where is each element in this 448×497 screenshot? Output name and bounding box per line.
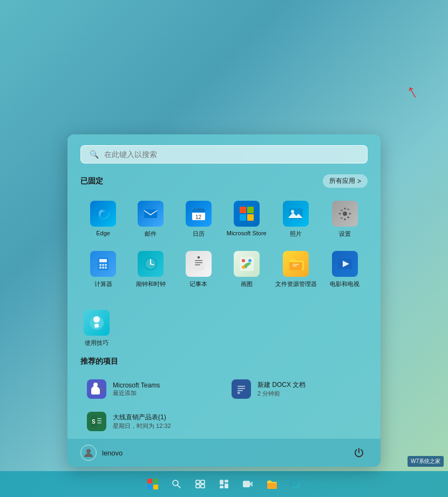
svg-rect-6	[201, 208, 202, 210]
docx-rec-icon: W	[232, 379, 251, 399]
taskbar-search-icon	[171, 479, 182, 489]
svg-rect-37	[293, 265, 297, 267]
svg-rect-8	[247, 207, 254, 213]
rec-item-teams[interactable]: Microsoft Teams 最近添加	[80, 374, 223, 404]
svg-rect-51	[97, 418, 101, 419]
pinned-section-header: 已固定 所有应用 >	[80, 174, 368, 188]
notepad-label: 记事本	[189, 280, 207, 288]
taskbar-edge-button[interactable]	[284, 473, 306, 495]
paint-label: 画图	[241, 280, 253, 288]
recommended-title: 推荐的项目	[80, 357, 118, 366]
app-notepad[interactable]: 记事本	[176, 246, 221, 294]
svg-rect-10	[247, 214, 254, 221]
svg-point-21	[105, 267, 107, 269]
teams-rec-icon	[87, 379, 106, 399]
svg-point-34	[248, 259, 252, 262]
svg-rect-52	[97, 420, 101, 421]
calculator-label: 计算器	[94, 280, 112, 288]
windows-logo-icon	[147, 479, 158, 489]
svg-point-13	[343, 212, 347, 216]
svg-rect-5	[195, 208, 196, 210]
watermark: W7系统之家	[408, 456, 444, 467]
recommended-items: Microsoft Teams 最近添加 W	[80, 374, 368, 437]
svg-point-17	[102, 264, 104, 266]
app-movies[interactable]: 电影和电视	[322, 246, 368, 294]
svg-text:12: 12	[195, 214, 202, 220]
svg-point-18	[105, 264, 107, 266]
svg-point-16	[99, 264, 101, 266]
start-footer: lenovo	[67, 439, 381, 467]
movies-label: 电影和电视	[330, 280, 359, 288]
calendar-label: 日历	[193, 230, 205, 238]
search-icon: 🔍	[90, 150, 99, 159]
mail-icon	[138, 201, 164, 227]
taskbar-files-icon	[266, 478, 277, 490]
start-menu: 🔍 已固定 所有应用 > Edge	[67, 134, 381, 467]
movies-icon	[332, 251, 358, 277]
taskbar-start-button[interactable]	[142, 473, 164, 495]
photos-label: 照片	[290, 230, 302, 238]
user-info[interactable]: lenovo	[80, 445, 123, 461]
notepad-icon	[186, 251, 212, 277]
svg-point-26	[150, 263, 152, 265]
app-calendar[interactable]: 12 日历	[176, 195, 221, 243]
svg-rect-44	[237, 386, 245, 387]
files-label: 文件资源管理器	[275, 280, 317, 288]
taskbar-widgets-icon	[219, 479, 229, 489]
desktop: 🔍 已固定 所有应用 > Edge	[0, 0, 448, 497]
app-edge[interactable]: Edge	[80, 195, 126, 243]
app-mail[interactable]: 邮件	[128, 195, 173, 243]
svg-point-35	[242, 265, 245, 269]
svg-point-41	[93, 316, 100, 323]
svg-rect-28	[195, 260, 202, 261]
search-input[interactable]	[104, 150, 358, 159]
svg-point-12	[291, 210, 294, 213]
search-bar[interactable]: 🔍	[80, 145, 368, 164]
taskbar-meet-button[interactable]	[237, 473, 259, 495]
calculator-icon	[90, 251, 116, 277]
svg-text:W: W	[237, 391, 240, 394]
mail-label: 邮件	[145, 230, 157, 238]
settings-icon	[332, 201, 358, 227]
app-settings[interactable]: 设置	[322, 195, 368, 243]
tips-icon	[84, 310, 110, 336]
taskbar-meet-icon	[242, 478, 254, 490]
app-tips[interactable]: 使用技巧	[80, 304, 113, 352]
recommended-section: 推荐的项目 Microsoft Teams	[80, 357, 368, 437]
paint-icon	[234, 251, 260, 277]
username: lenovo	[102, 449, 123, 457]
svg-rect-58	[201, 480, 205, 484]
app-photos[interactable]: 照片	[272, 195, 320, 243]
svg-rect-64	[225, 484, 228, 488]
svg-rect-36	[293, 264, 299, 265]
edge-label: Edge	[96, 230, 110, 236]
app-calculator[interactable]: 计算器	[80, 246, 126, 294]
taskbar-search-button[interactable]	[166, 473, 187, 495]
rec-item-spreadsheet[interactable]: S 大线直销产品表(1) 星期日，时间为 12:32	[80, 406, 223, 437]
taskbar-taskview-icon	[195, 479, 206, 489]
settings-red-arrow: ↑	[402, 79, 422, 103]
rec-item-docx[interactable]: W 新建 DOCX 文档 2 分钟前	[225, 374, 368, 404]
svg-point-54	[86, 449, 91, 453]
svg-rect-65	[243, 481, 250, 487]
teams-title: Microsoft Teams	[113, 382, 160, 389]
svg-rect-30	[195, 264, 200, 265]
taskbar-taskview-button[interactable]	[189, 473, 211, 495]
svg-rect-29	[195, 262, 202, 263]
taskbar-center	[142, 473, 306, 495]
app-store[interactable]: Microsoft Store	[223, 195, 270, 243]
svg-rect-61	[220, 480, 223, 485]
taskbar-widgets-button[interactable]	[213, 473, 235, 495]
taskbar-files-button[interactable]	[261, 473, 282, 495]
svg-rect-42	[94, 324, 99, 328]
all-apps-button[interactable]: 所有应用 >	[323, 174, 368, 188]
recommended-header: 推荐的项目	[80, 357, 368, 366]
svg-rect-57	[196, 480, 200, 484]
app-clock[interactable]: 闹钟和时钟	[128, 246, 173, 294]
app-files[interactable]: 文件资源管理器	[272, 246, 320, 294]
power-button[interactable]	[350, 444, 368, 461]
spreadsheet-text: 大线直销产品表(1) 星期日，时间为 12:32	[113, 413, 171, 430]
app-paint[interactable]: 画图	[223, 246, 270, 294]
svg-rect-45	[237, 388, 245, 389]
store-label: Microsoft Store	[227, 230, 267, 236]
